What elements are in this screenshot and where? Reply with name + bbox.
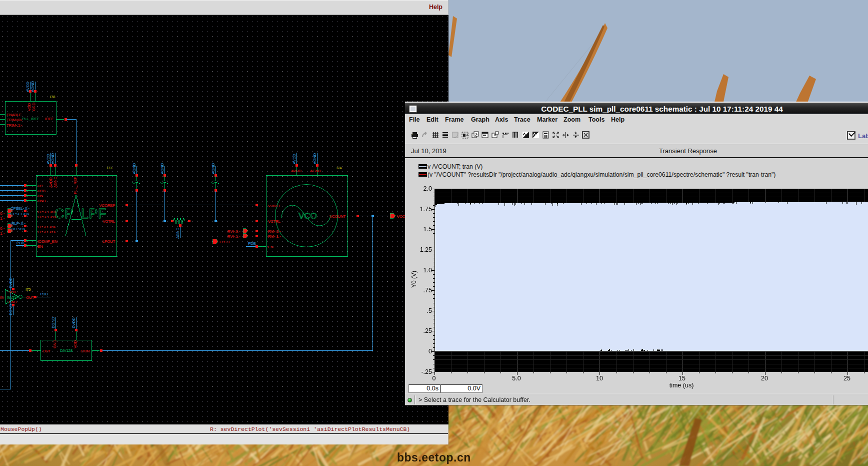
svg-text:TRIM<0>: TRIM<0> (6, 118, 22, 122)
svg-text:DIV128: DIV128 (60, 348, 73, 353)
svg-text:AGND: AGND (310, 169, 321, 173)
svg-text:DNB: DNB (38, 199, 46, 203)
svg-text:UP: UP (38, 184, 43, 188)
svg-text:1>: 1> (0, 216, 4, 221)
svg-text:PDB: PDB (40, 292, 48, 296)
svg-text:RVI<0>: RVI<0> (228, 229, 240, 234)
svg-text:0>: 0> (0, 211, 4, 216)
svg-text:VDD: VDD (27, 103, 32, 111)
svg-text:VCTRL: VCTRL (102, 219, 116, 224)
svg-text:VCOREF: VCOREF (99, 203, 115, 208)
svg-text:I74: I74 (336, 166, 342, 170)
svg-text:AVDD: AVDD (26, 82, 30, 92)
svg-text:AGND: AGND (176, 228, 180, 239)
svg-text:CPSEL<1>: CPSEL<1> (10, 212, 30, 216)
svg-text:I73: I73 (107, 166, 112, 170)
svg-text:AGND: AGND (211, 163, 216, 174)
svg-text:DGND: DGND (8, 304, 13, 315)
svg-text:0>: 0> (0, 226, 4, 231)
svg-text:AGND: AGND (132, 163, 136, 174)
svg-text:AGND: AGND (50, 153, 55, 164)
svg-text:AGND: AGND (30, 81, 35, 92)
svg-text:TRIM<1>: TRIM<1> (6, 123, 22, 128)
svg-text:I75: I75 (26, 287, 31, 292)
svg-text:EN: EN (268, 245, 274, 249)
svg-text:I78: I78 (50, 95, 56, 99)
svg-text:OUT: OUT (42, 349, 50, 353)
svg-text:INV2X: INV2X (7, 296, 16, 299)
svg-text:PLL_IREF: PLL_IREF (22, 117, 40, 121)
svg-text:AVDD: AVDD (48, 177, 53, 188)
svg-text:RVI<1>: RVI<1> (228, 234, 240, 239)
svg-text:CKIN: CKIN (80, 349, 90, 353)
svg-text:DGND: DGND (51, 317, 56, 328)
svg-text:GND: GND (32, 103, 36, 111)
svg-text:VCTRL: VCTRL (268, 219, 281, 224)
svg-text:RVI<0>: RVI<0> (268, 229, 281, 234)
svg-text:LPFO: LPFO (220, 240, 230, 244)
svg-text:LPSEL<1>: LPSEL<1> (38, 230, 56, 234)
svg-text:LPOUT: LPOUT (102, 239, 116, 244)
svg-text:GND: GND (52, 340, 57, 348)
svg-text:AVDD: AVDD (292, 154, 296, 164)
svg-text:DVDD: DVDD (8, 277, 13, 288)
svg-text:AGND: AGND (312, 153, 317, 164)
svg-text:RLP<1>: RLP<1> (12, 227, 26, 231)
svg-text:PLL_IREF: PLL_IREF (73, 177, 78, 194)
svg-text:AVDD: AVDD (291, 169, 302, 173)
svg-text:V2IREF: V2IREF (268, 204, 282, 208)
svg-text:RLP<0>: RLP<0> (12, 221, 26, 226)
svg-text:EN: EN (38, 244, 43, 249)
svg-text:CPSEL<0>: CPSEL<0> (10, 206, 30, 211)
svg-text:IN: IN (0, 296, 4, 299)
svg-text:VDD: VDD (73, 340, 78, 348)
svg-text:AGND: AGND (160, 163, 164, 174)
svg-text:AVDD: AVDD (46, 154, 50, 164)
svg-text:CP: CP (54, 206, 74, 221)
svg-text:DVDD: DVDD (72, 317, 76, 328)
svg-text:OUT: OUT (26, 295, 34, 300)
svg-text:CPSEL<0>: CPSEL<0> (38, 210, 56, 214)
svg-text:VCO: VCO (298, 211, 317, 221)
svg-text:1>: 1> (0, 231, 4, 236)
svg-text:VCOUNT: VCOUNT (330, 214, 346, 219)
svg-text:LPSEL<0>: LPSEL<0> (38, 225, 56, 229)
svg-text:UPB: UPB (38, 189, 46, 193)
svg-text:AGND: AGND (53, 177, 58, 188)
svg-text:PDB: PDB (16, 241, 24, 245)
svg-text:ICOMP_EN: ICOMP_EN (38, 239, 58, 244)
svg-text:GND: GND (9, 300, 16, 304)
svg-text:RVI<1>: RVI<1> (268, 234, 281, 239)
svg-text:VDD: VDD (9, 290, 16, 294)
svg-text:IREF: IREF (45, 117, 54, 121)
svg-text:PDB: PDB (248, 241, 256, 246)
svg-text:DN: DN (38, 194, 43, 198)
svg-text:CPSEL<1>: CPSEL<1> (38, 215, 56, 219)
svg-text:ENABLE: ENABLE (6, 113, 22, 117)
